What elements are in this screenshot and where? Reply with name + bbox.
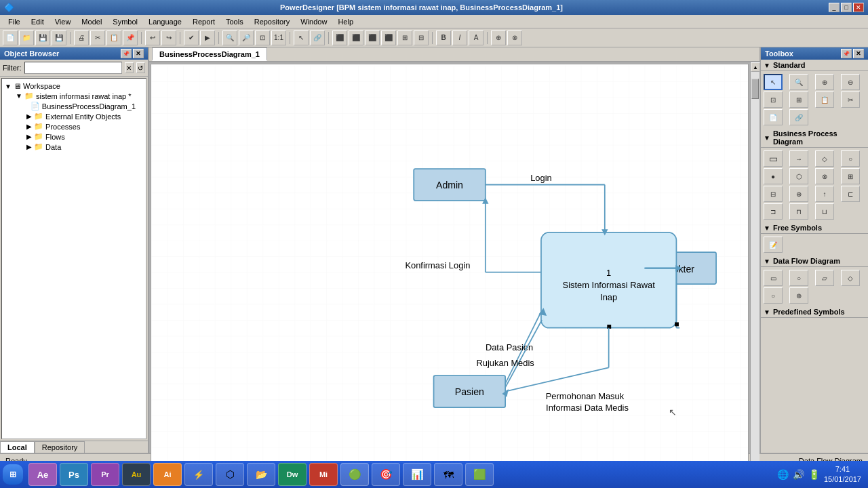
tool-dfd-circle2[interactable]: ○ (764, 287, 783, 304)
taskbar-corel[interactable]: 🟢 (340, 463, 369, 486)
taskbar-vscode[interactable]: ⬡ (216, 463, 244, 486)
toolbox-section-bpd[interactable]: ▼ Business Process Diagram (761, 128, 868, 148)
tree-data[interactable]: ▶ 📁 Data (5, 142, 143, 152)
tb-fit[interactable]: ⊡ (255, 30, 270, 45)
tb-check[interactable]: ✔ (184, 30, 199, 45)
ob-close-button[interactable]: ✕ (133, 49, 144, 58)
taskbar-app4[interactable]: 🟩 (465, 463, 494, 486)
tool-bpd-top-sq[interactable]: ⊓ (789, 203, 808, 220)
tb-print[interactable]: 🖨 (74, 30, 89, 45)
tb-save[interactable]: 💾 (35, 30, 50, 45)
tool-dfd-para[interactable]: ▱ (815, 270, 834, 286)
menu-view[interactable]: View (50, 16, 77, 27)
menu-help[interactable]: Help (332, 16, 359, 27)
tool-zoom-fit[interactable]: ⊡ (764, 92, 783, 108)
tool-bpd-bottom-sq[interactable]: ⊔ (815, 203, 834, 220)
tool-bpd-hexagon[interactable]: ⬡ (789, 168, 808, 184)
ob-pin-button[interactable]: 📌 (121, 49, 132, 58)
toolbox-pin-button[interactable]: 📌 (841, 49, 852, 58)
menu-tools[interactable]: Tools (220, 16, 249, 27)
menu-language[interactable]: Language (143, 16, 187, 27)
toolbox-section-free[interactable]: ▼ Free Symbols (761, 222, 868, 234)
tb-italic[interactable]: I (452, 30, 467, 45)
tb-align-t[interactable]: ⬛ (381, 30, 396, 45)
tool-link[interactable]: 🔗 (789, 109, 808, 125)
tb-open[interactable]: 📁 (19, 30, 34, 45)
tb-misc2[interactable]: ⊗ (507, 30, 522, 45)
taskbar-app2[interactable]: 📊 (403, 463, 431, 486)
filter-refresh-button[interactable]: ↺ (136, 62, 145, 73)
tb-align-r[interactable]: ⬛ (365, 30, 380, 45)
tree-workspace[interactable]: ▼ 🖥 Workspace (5, 81, 143, 91)
tool-zoom-page[interactable]: ⊞ (789, 92, 808, 108)
tool-bpd-right-sq[interactable]: ⊐ (764, 203, 783, 220)
tool-bpd-plus[interactable]: ⊕ (789, 186, 808, 202)
tool-dfd-diamond[interactable]: ◇ (841, 270, 860, 286)
taskbar-clock[interactable]: 7:41 15/01/2017 (824, 464, 861, 485)
tb-align-c[interactable]: ⬛ (349, 30, 363, 45)
tree-external[interactable]: ▶ 📁 External Entity Objects (5, 111, 143, 121)
tool-pointer[interactable]: ↖ (764, 74, 783, 90)
tool-clipboard[interactable]: 📋 (815, 92, 834, 108)
tb-pointer[interactable]: ↖ (294, 30, 309, 45)
scroll-up-button[interactable]: ▲ (751, 62, 760, 72)
tb-redo[interactable]: ↪ (161, 30, 176, 45)
tb-bold[interactable]: B (436, 30, 451, 45)
tool-bpd-minus-rect[interactable]: ⊟ (764, 186, 783, 202)
taskbar-mi[interactable]: Mi (309, 463, 338, 486)
tb-color[interactable]: A (469, 30, 484, 45)
toolbox-section-standard[interactable]: ▼ Standard (761, 60, 868, 71)
tool-page[interactable]: 📄 (764, 109, 783, 125)
canvas-scrollbar-v[interactable]: ▲ ▼ (750, 62, 760, 488)
tb-zoom-in[interactable]: 🔍 (222, 30, 237, 45)
tb-misc1[interactable]: ⊕ (491, 30, 506, 45)
tb-cut[interactable]: ✂ (90, 30, 105, 45)
filter-input[interactable] (24, 62, 122, 74)
toolbox-close-button[interactable]: ✕ (853, 49, 864, 58)
close-button[interactable]: ✕ (853, 3, 864, 12)
tab-local[interactable]: Local (0, 441, 35, 453)
tb-align-l[interactable]: ⬛ (332, 30, 347, 45)
tool-bpd-filled-circle[interactable]: ● (764, 168, 783, 184)
tray-network-icon[interactable]: 🌐 (777, 469, 789, 480)
scroll-track-v[interactable] (751, 72, 760, 488)
tb-group[interactable]: ⊞ (397, 30, 412, 45)
taskbar-ae[interactable]: Ae (28, 463, 57, 486)
tool-dfd-plus[interactable]: ⊕ (789, 287, 808, 304)
tool-bpd-rect[interactable]: ▭ (764, 150, 783, 167)
tb-copy[interactable]: 📋 (106, 30, 121, 45)
start-button[interactable]: ⊞ (3, 464, 23, 485)
tool-bpd-plus-rect[interactable]: ⊞ (841, 168, 860, 184)
maximize-button[interactable]: □ (841, 3, 852, 12)
tree-flows[interactable]: ▶ 📁 Flows (5, 131, 143, 142)
tb-paste[interactable]: 📌 (123, 30, 138, 45)
menu-window[interactable]: Window (295, 16, 332, 27)
tb-save-all[interactable]: 💾 (52, 30, 66, 45)
taskbar-ps[interactable]: Ps (60, 463, 88, 486)
filter-clear-button[interactable]: ✕ (125, 62, 134, 73)
tool-bpd-left-sq[interactable]: ⊏ (841, 186, 860, 202)
menu-edit[interactable]: Edit (26, 16, 50, 27)
tb-run[interactable]: ▶ (200, 30, 215, 45)
menu-model[interactable]: Model (76, 16, 107, 27)
taskbar-dw[interactable]: Dw (278, 463, 307, 486)
taskbar-xdk[interactable]: ⚡ (184, 463, 213, 486)
tray-battery-icon[interactable]: 🔋 (808, 469, 820, 480)
menu-repository[interactable]: Repository (249, 16, 296, 27)
scroll-thumb-v[interactable] (751, 79, 759, 99)
tb-new[interactable]: 📄 (3, 30, 18, 45)
tree-bpd[interactable]: 📄 BusinessProcessDiagram_1 (5, 101, 143, 111)
tool-zoom-out[interactable]: ⊖ (841, 74, 860, 90)
tool-zoom-in2[interactable]: ⊕ (815, 74, 834, 90)
tool-bpd-arrow[interactable]: → (789, 150, 808, 167)
tool-dfd-circle[interactable]: ○ (789, 270, 808, 286)
tab-repository[interactable]: Repository (35, 441, 85, 453)
tb-100[interactable]: 1:1 (271, 30, 286, 45)
tool-bpd-circle[interactable]: ○ (841, 150, 860, 167)
menu-report[interactable]: Report (187, 16, 220, 27)
tb-link[interactable]: 🔗 (310, 30, 325, 45)
diagram-area[interactable]: Admin Dokter Pasien 1 Sistem Informasi R… (151, 64, 749, 488)
tree-processes[interactable]: ▶ 📁 Processes (5, 121, 143, 131)
tb-undo[interactable]: ↩ (145, 30, 160, 45)
tool-cut[interactable]: ✂ (841, 92, 860, 108)
